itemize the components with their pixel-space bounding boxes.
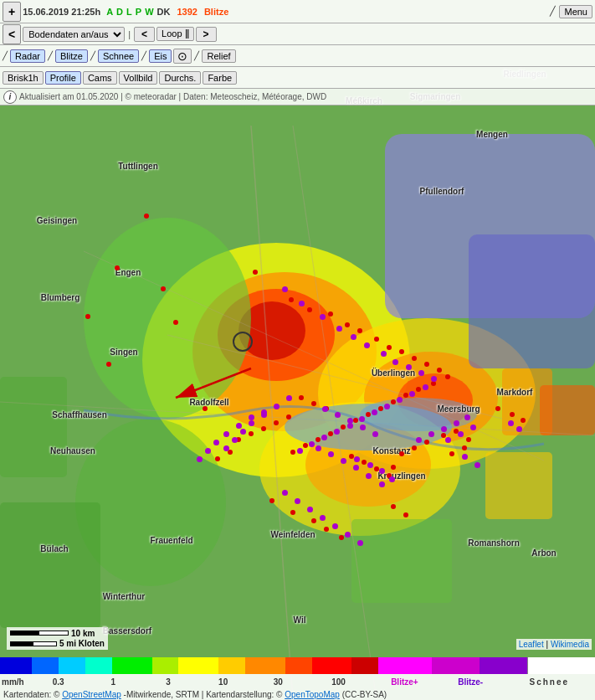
radar-slash: ╱: [3, 51, 8, 60]
legend-bar: mm/h 0.3 1 3 10 30 100 Blitze+ Blitze- S…: [0, 657, 595, 700]
legend-val-0_3: 0.3: [31, 677, 86, 687]
leaflet-link[interactable]: Leaflet: [519, 640, 544, 649]
blitze-button[interactable]: Blitze: [55, 49, 88, 63]
scale-label-5mi: 5 mi Kloten: [59, 639, 105, 648]
relief-slash: ╱: [194, 51, 199, 60]
opentopomap-link[interactable]: OpenTopoMap: [285, 690, 340, 699]
loop-button[interactable]: Loop ǁ: [156, 27, 194, 41]
vollbild-button[interactable]: Vollbild: [119, 71, 158, 85]
legend-val-30: 30: [251, 677, 306, 687]
durchs-button[interactable]: Durchs.: [159, 71, 201, 85]
kartendaten-text3: (CC-BY-SA): [342, 690, 387, 699]
zoom-in-button[interactable]: +: [3, 2, 21, 22]
legend-dark-purple: [480, 657, 527, 674]
map-scale: 10 km 5 mi Kloten: [7, 627, 108, 650]
letter-dk[interactable]: DK: [157, 7, 171, 17]
svg-rect-19: [0, 502, 100, 628]
status-bar: i Aktualisiert am 01.05.2020 | © meteora…: [0, 89, 595, 106]
svg-rect-17: [540, 385, 595, 435]
legend-amber: [218, 657, 245, 674]
bodendaten-select[interactable]: Bodendaten an/aus: [23, 27, 125, 42]
legend-red: [312, 657, 352, 674]
legend-blitze-plus: Blitze+: [372, 677, 438, 687]
blitze-slash: ╱: [48, 51, 53, 60]
scale-label-10km: 10 km: [71, 629, 95, 638]
menu-button[interactable]: Menu: [559, 5, 592, 18]
legend-yellow-green: [152, 657, 179, 674]
legend-mm-label: mm/h: [0, 677, 31, 687]
legend-schnee: Schnee: [504, 677, 595, 687]
svg-rect-18: [0, 377, 67, 477]
svg-rect-15: [485, 452, 552, 519]
legend-cyan: [59, 657, 85, 674]
info-icon[interactable]: i: [3, 90, 17, 104]
toolbar-row-1: + 15.06.2019 21:25h A D L P W DK 1392 Bl…: [0, 0, 595, 23]
status-text: Aktualisiert am 01.05.2020 | © meteorada…: [19, 92, 326, 101]
legend-labels: mm/h 0.3 1 3 10 30 100 Blitze+ Blitze- S…: [0, 674, 595, 689]
schnee-slash: ╱: [90, 51, 95, 60]
toolbar-row-4: Brisk1h Profile Cams Vollbild Durchs. Fa…: [0, 67, 595, 89]
zoom-out-button[interactable]: <: [3, 24, 21, 44]
letter-d[interactable]: D: [116, 7, 123, 17]
nav-prev-button[interactable]: <: [134, 27, 155, 42]
legend-val-1: 1: [86, 677, 141, 687]
compass-button[interactable]: ⊙: [173, 49, 192, 64]
legend-orange: [245, 657, 285, 674]
blitze-label: Blitze: [200, 6, 233, 18]
svg-rect-13: [469, 234, 595, 368]
cams-button[interactable]: Cams: [83, 71, 117, 85]
legend-blitze-minus: Blitze-: [438, 677, 504, 687]
date-display: 15.06.2019 21:25h: [23, 7, 100, 17]
schnee-button[interactable]: Schnee: [98, 49, 139, 63]
kartendaten-text: Kartendaten: ©: [3, 690, 62, 699]
legend-orange-red: [285, 657, 312, 674]
legend-magenta: [378, 657, 432, 674]
letter-a[interactable]: A: [106, 7, 113, 17]
legend-purple: [432, 657, 480, 674]
kartendaten-text2: -Mitwirkende, SRTM | Kartendarstellung: …: [124, 690, 285, 699]
relief-button[interactable]: Relief: [202, 49, 235, 63]
openstreetmap-link[interactable]: OpenStreetMap: [62, 690, 121, 699]
legend-val-100: 100: [305, 677, 372, 687]
legend-val-3: 3: [141, 677, 196, 687]
profile-button[interactable]: Profile: [45, 71, 81, 85]
legend-white: [527, 657, 595, 674]
pipe-sep: |: [128, 29, 131, 39]
blitze-count: 1392: [172, 6, 201, 18]
letter-p[interactable]: P: [136, 7, 141, 17]
svg-point-8: [84, 218, 251, 419]
legend-blue: [0, 657, 32, 674]
toolbar-row-3: ╱ Radar ╱ Blitze ╱ Schnee ╱ Eis ⊙ ╱ Reli…: [0, 45, 595, 67]
map-attribution-topright: Leaflet | Wikimedia: [516, 639, 592, 650]
wikimedia-link[interactable]: Wikimedia: [551, 640, 589, 649]
farbe-button[interactable]: Farbe: [203, 71, 237, 85]
letter-l[interactable]: L: [126, 7, 132, 17]
svg-rect-14: [351, 519, 452, 603]
menu-slash: ╱: [550, 6, 556, 17]
toolbar: + 15.06.2019 21:25h A D L P W DK 1392 Bl…: [0, 0, 595, 106]
legend-colors: [0, 657, 595, 674]
legend-green: [112, 657, 152, 674]
scale-bar-10km: [10, 631, 69, 636]
scale-bar-5mi: [10, 641, 57, 646]
radar-button[interactable]: Radar: [10, 49, 45, 63]
legend-dark-red: [351, 657, 378, 674]
legend-bottom-attribution: Kartendaten: © OpenStreetMap -Mitwirkend…: [0, 689, 595, 700]
legend-val-10: 10: [196, 677, 251, 687]
legend-yellow: [178, 657, 218, 674]
eis-button[interactable]: Eis: [149, 49, 172, 63]
toolbar-row-2: < Bodendaten an/aus | < Loop ǁ >: [0, 23, 595, 45]
legend-blue2: [32, 657, 59, 674]
legend-mint: [85, 657, 112, 674]
eis-slash: ╱: [141, 51, 146, 60]
letter-w[interactable]: W: [145, 7, 153, 17]
nav-next-button[interactable]: >: [196, 27, 217, 42]
brisk1h-button[interactable]: Brisk1h: [3, 71, 44, 85]
